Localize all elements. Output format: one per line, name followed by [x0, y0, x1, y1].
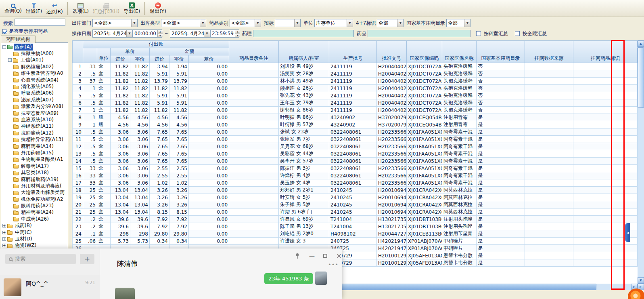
tree-item[interactable]: +卫材(D) [1, 236, 68, 242]
table-row[interactable]: 81瓶4.564.564.564.560.00叶明振 男 86岁43240902… [73, 114, 638, 121]
header-purchase-price[interactable]: 进价 [111, 55, 130, 63]
table-row[interactable]: 14.5盒3.063.067.657.650.00吴李丹 女 57岁032240… [73, 158, 638, 165]
date-from-combo[interactable]: 2025年 4月24日 ▼ [92, 29, 133, 38]
exit-button[interactable]: →退出(Y) [148, 1, 168, 16]
expand-icon[interactable]: + [2, 237, 6, 241]
tree-item[interactable]: 维生素及营养药(A0 [1, 70, 68, 77]
header-flag[interactable]: 挂网药品标识 [573, 41, 638, 63]
tree-item[interactable]: +物资(WZ) [1, 242, 68, 249]
by-hospital-checkbox[interactable] [515, 31, 520, 36]
table-row[interactable]: 10.5盒3.063.067.657.650.00张斌 女 23岁0322408… [73, 128, 638, 136]
table-row[interactable]: 1533盒3.063.062.552.550.00陈振沣 男 3岁0322408… [73, 165, 638, 172]
tree-item[interactable]: 精神药品(A24) [1, 209, 68, 216]
tree-item[interactable]: 外用药物(A15) [1, 150, 68, 156]
add-contact-button[interactable]: + [80, 254, 94, 264]
table-row[interactable]: 91瓶4.564.564.564.560.00叶衍禄 男 57岁43240902… [73, 121, 638, 128]
sidebar-search-input[interactable] [15, 19, 65, 26]
table-row[interactable]: 2.5盒11.8211.825.915.910.00汤笑笑 女 28岁24111… [73, 70, 638, 78]
tree-item[interactable]: 呼吸系统(A06) [1, 90, 68, 97]
tree-item[interactable]: 泌尿系统(A07) [1, 97, 68, 103]
time-to-spinner[interactable]: 23:59:59 ▲▼ [210, 29, 239, 38]
chat-image-partial[interactable] [115, 288, 135, 299]
table-row[interactable]: 41盒11.8211.8211.8211.820.00颜相连 女 26岁2411… [73, 85, 638, 92]
table-row[interactable]: 25.06盒5.735.730.340.340.00许进娃 女 3240725H… [73, 238, 638, 245]
expand-icon[interactable]: + [2, 224, 6, 227]
options-button[interactable]: 选项(L) [71, 1, 91, 16]
chevron-down-icon[interactable]: ▼ [294, 19, 300, 27]
tree-item[interactable]: -西药(A) [1, 44, 68, 50]
query-button[interactable]: 查询(Q) [2, 1, 24, 16]
tree-item[interactable]: 消化系统(A05) [1, 83, 68, 90]
chevron-down-icon[interactable]: ▼ [204, 30, 210, 37]
header-approval[interactable]: 批准文号 [377, 41, 407, 63]
header-name[interactable]: 国家医保名称 [442, 41, 477, 63]
tree-item[interactable]: 心血管系统(A04) [1, 77, 68, 83]
header-retail-amount[interactable]: 零价 [169, 55, 189, 63]
table-row[interactable]: 1825盒13.0413.043.263.260.00郑郑好 男 2岁12410… [73, 187, 638, 194]
header-batch[interactable]: 生产批号 [329, 41, 377, 63]
category-combo[interactable]: <全部>▼ [230, 19, 261, 27]
dept-combo[interactable]: <全部>▼ [92, 19, 138, 27]
header-source[interactable]: 挂网数据来源 [525, 41, 573, 63]
header-unit[interactable]: 单位 [97, 48, 111, 63]
pharmacology-input[interactable] [253, 30, 354, 37]
mark47-combo[interactable]: 全部▼ [377, 19, 404, 27]
chevron-down-icon[interactable]: ▼ [397, 19, 403, 27]
tree-item[interactable]: +工信(A01) [1, 57, 68, 63]
table-row[interactable]: 1925盒13.0413.043.263.260.00叶安琦 女 5岁24102… [73, 194, 638, 201]
tree-item[interactable]: 其它类(A18) [1, 169, 68, 176]
table-row[interactable]: 133盒11.8211.823.943.940.00刘进设 男 49岁24111… [73, 63, 638, 70]
tree-item[interactable]: 生物制品及酶类(A1 [1, 156, 68, 163]
unit-combo[interactable]: 库存单位▼ [314, 19, 353, 27]
header-amount-group[interactable]: 金额 [150, 48, 229, 55]
table-row[interactable]: 23.2盒39.639.67.927.920.00陈子涵 男 13岁T24100… [73, 223, 638, 230]
table-row[interactable]: 24.1盒29829829.8029.800.00刘屹锟 男 2岁0H40981… [73, 230, 638, 238]
minimize-icon[interactable]: — [306, 251, 318, 261]
chevron-down-icon[interactable]: ▼ [131, 19, 137, 27]
tree-item[interactable]: 神经系统(A11) [1, 123, 68, 130]
table-row[interactable]: 5.5盒11.8211.825.915.910.00张先花 女 43岁24111… [73, 92, 638, 99]
scroll-up-icon[interactable]: ▲ [638, 40, 644, 47]
tree-item[interactable]: 麻醉药品(A14) [1, 143, 68, 150]
tab-pharm-tree[interactable]: 药理结构树 [1, 36, 36, 43]
tree-item[interactable]: 机体免疫功能药(A2 [1, 196, 68, 202]
table-row[interactable]: 2125盒13.0413.048.158.150.00许熠 男 6岁 门2410… [73, 208, 638, 216]
expand-icon[interactable]: + [2, 244, 6, 247]
filter-button[interactable]: 过滤(F) [24, 1, 44, 16]
tree-item[interactable]: 麻醉辅助药(A19) [1, 176, 68, 183]
drug-input[interactable] [368, 30, 470, 37]
header-diff[interactable]: 差价 [189, 55, 229, 63]
pin-icon[interactable] [291, 251, 303, 261]
maximize-icon[interactable] [319, 251, 331, 261]
table-row[interactable]: 1633盒3.063.062.552.550.00许烨柠 男 4岁0322408… [73, 172, 638, 179]
tree-item[interactable]: 眼科用药(A23) [1, 202, 68, 209]
tree-item[interactable]: +中药(C) [1, 229, 68, 236]
restore-button[interactable]: ↩还原(R) [44, 1, 65, 16]
export-button[interactable]: X导出(E) [121, 1, 142, 16]
expand-icon[interactable]: + [2, 231, 6, 234]
header-purchase-amount[interactable]: 进价 [150, 55, 169, 63]
table-row[interactable]: 12.5盒3.063.067.657.650.00吴秀花 女 68岁032240… [73, 143, 638, 150]
tree-item[interactable]: 大输液及电解质类药 [1, 190, 68, 196]
table-row[interactable]: 13.5盒3.063.067.657.650.00吴彩霞 女 44岁032240… [73, 150, 638, 158]
header-retail-price[interactable]: 零价 [130, 55, 150, 63]
header-code[interactable]: 国家医保编码 [407, 41, 442, 63]
tree-item[interactable]: 激素及内分泌(A08) [1, 103, 68, 110]
header-payout[interactable]: 付出数 [83, 41, 229, 48]
vertical-scrollbar[interactable]: ▲ ▼ [638, 40, 644, 284]
chevron-down-icon[interactable]: ▼ [200, 19, 206, 27]
spin-up-icon[interactable]: ▲ [235, 30, 240, 34]
header-remark[interactable]: 药品目录备注 [229, 41, 279, 63]
tree-item[interactable]: 外用材料及消毒液( [1, 183, 68, 189]
chevron-down-icon[interactable]: ▼ [255, 19, 261, 27]
table-row[interactable]: 71盒11.8211.8211.8211.820.00谢郭银 女 86岁2411… [73, 107, 638, 114]
chevron-down-icon[interactable]: ▼ [126, 30, 132, 37]
table-row[interactable]: 1733盒3.063.061.021.020.00吴玉姝 女 4岁0322408… [73, 179, 638, 187]
national-catalog-combo[interactable]: 全部▼ [446, 19, 470, 27]
tree-item[interactable]: +成药(B) [1, 223, 68, 229]
chevron-down-icon[interactable]: ▼ [347, 19, 353, 27]
tree-item[interactable]: 解热镇痛(A02) [1, 63, 68, 70]
type-combo[interactable]: <全部>▼ [161, 19, 206, 27]
tree-item[interactable]: 血液系统(A10) [1, 116, 68, 123]
collapse-panel-handle[interactable]: ◄ [625, 223, 630, 242]
